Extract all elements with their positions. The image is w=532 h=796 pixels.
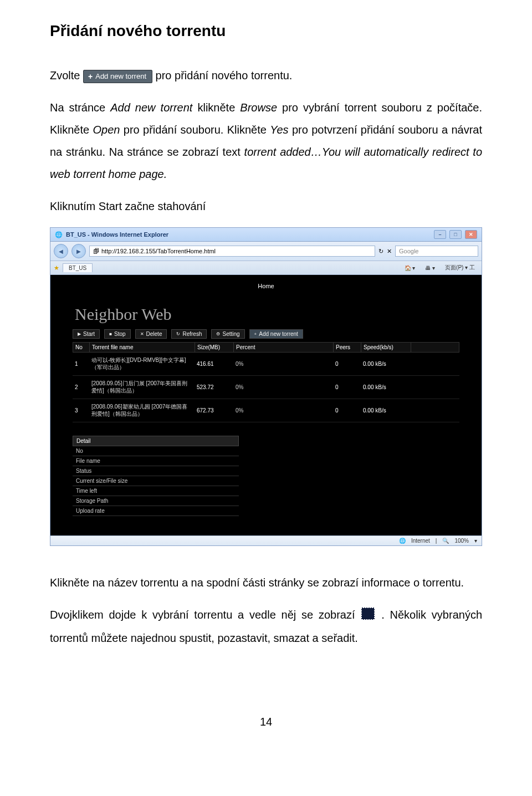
ie-navbar: ◄ ► 🗐 http://192.168.2.155/TabTorrentHom… xyxy=(50,242,482,261)
add-new-torrent-button-inline: + Add new torrent xyxy=(83,70,152,83)
text: Na stránce xyxy=(50,101,110,114)
detail-row: Current size/File size xyxy=(73,476,239,486)
refresh-icon[interactable]: ↻ xyxy=(378,248,383,255)
plus-icon: + xyxy=(88,69,93,84)
setting-button[interactable]: ⚙Setting xyxy=(211,329,244,339)
page-menu[interactable]: 页面(P) ▾ 工 xyxy=(442,263,478,273)
home-link[interactable]: Home xyxy=(73,283,459,289)
col-peers: Peers xyxy=(334,343,361,352)
divider: | xyxy=(436,538,437,544)
refresh-button[interactable]: ↻Refresh xyxy=(171,329,207,339)
status-text: Internet xyxy=(411,538,430,544)
label: Add new torrent xyxy=(259,331,298,337)
minimize-button[interactable]: – xyxy=(434,230,446,239)
table-header: No Torrent file name Size(MB) Percent Pe… xyxy=(73,342,459,353)
browser-tab[interactable]: BT_US xyxy=(63,263,93,272)
col-no: No xyxy=(73,343,90,352)
col-speed: Speed(kb/s) xyxy=(361,343,411,352)
page-heading: Přidání nového torrentu xyxy=(50,22,482,40)
cell-no: 3 xyxy=(73,406,89,415)
cell-speed: 0.00 kB/s xyxy=(361,360,411,368)
cell-size: 523.72 xyxy=(195,383,233,391)
detail-header: Detail xyxy=(73,436,239,446)
button-label: Add new torrent xyxy=(95,69,146,84)
print-icon[interactable]: 🖶 ▾ xyxy=(422,264,438,272)
ie-titlebar: 🌐 BT_US - Windows Internet Explorer – □ … xyxy=(50,228,482,242)
paragraph-4: Klikněte na název torrentu a na spodní č… xyxy=(50,572,482,594)
cell-speed: 0.00 kB/s xyxy=(361,406,411,415)
table-row[interactable]: 3 [2008.09.06]塑家幼儿园 [2007年德国喜刑爱情]（韩国出品） … xyxy=(73,399,459,422)
detail-row: Storage Path xyxy=(73,496,239,506)
cell-speed: 0.00 kB/s xyxy=(361,383,411,391)
stop-button[interactable]: ■Stop xyxy=(104,329,130,339)
cell-percent: 0% xyxy=(233,383,333,391)
text-italic: Yes xyxy=(270,124,288,136)
cell-name: [2008.09.05]门后门展 [2007年美国喜刑爱情]（韩国出品） xyxy=(89,379,195,395)
cell-peers: 0 xyxy=(333,360,361,368)
maximize-button[interactable]: □ xyxy=(449,230,462,239)
url-text: http://192.168.2.155/TabTorrentHome.html xyxy=(101,248,216,254)
cell-percent: 0% xyxy=(233,360,333,368)
text: pro přidání nového torrentu. xyxy=(156,69,293,81)
label: Refresh xyxy=(182,331,202,337)
paragraph-1: Zvolte + Add new torrent pro přidání nov… xyxy=(50,64,482,86)
home-icon[interactable]: 🏠 ▾ xyxy=(401,264,419,272)
table-row[interactable]: 1 动可以-牧师长][DVD-RMVB][中文字幕]（军司出品） 416.61 … xyxy=(73,353,459,376)
page-number: 14 xyxy=(50,716,482,728)
detail-panel: Detail No File name Status Current size/… xyxy=(73,436,239,516)
detail-row: Status xyxy=(73,466,239,476)
delete-button[interactable]: ✕Delete xyxy=(135,329,167,339)
detail-row: Time left xyxy=(73,486,239,496)
forward-button[interactable]: ► xyxy=(71,244,86,258)
col-size: Size(MB) xyxy=(195,343,234,352)
back-button[interactable]: ◄ xyxy=(54,244,68,258)
stop-icon[interactable]: ✕ xyxy=(387,248,392,255)
ie-logo-icon: 🌐 xyxy=(55,231,63,238)
detail-row: No xyxy=(73,446,239,456)
cell-name: 动可以-牧师长][DVD-RMVB][中文字幕]（军司出品） xyxy=(89,356,195,372)
zoom-dropdown-icon[interactable]: ▾ xyxy=(474,538,477,544)
address-bar[interactable]: 🗐 http://192.168.2.155/TabTorrentHome.ht… xyxy=(89,246,375,257)
add-new-torrent-button[interactable]: +Add new torrent xyxy=(249,329,303,339)
label: Delete xyxy=(146,331,162,337)
cell-name: [2008.09.06]塑家幼儿园 [2007年德国喜刑爱情]（韩国出品） xyxy=(89,402,195,419)
text-italic: Open xyxy=(93,124,120,136)
paragraph-2: Na stránce Add new torrent klikněte Brow… xyxy=(50,96,482,185)
ie-tab-strip: ★ BT_US 🏠 ▾ 🖶 ▾ 页面(P) ▾ 工 xyxy=(50,261,482,275)
favorites-icon[interactable]: ★ xyxy=(54,264,59,272)
detail-row: Upload rate xyxy=(73,506,239,516)
detail-row: File name xyxy=(73,456,239,466)
text-italic: Add new torrent xyxy=(110,101,192,114)
ie-statusbar: 🌐 Internet | 🔍 100% ▾ xyxy=(50,535,482,545)
cell-percent: 0% xyxy=(233,406,333,415)
refresh-icon: ↻ xyxy=(176,331,180,336)
col-name: Torrent file name xyxy=(90,343,195,352)
cell-size: 672.73 xyxy=(195,406,233,415)
cell-peers: 0 xyxy=(333,406,361,415)
paragraph-3: Kliknutím Start začne stahování xyxy=(50,195,482,217)
col-percent: Percent xyxy=(234,343,334,352)
zoom-level[interactable]: 100% xyxy=(454,538,469,544)
cell-size: 416.61 xyxy=(195,360,233,368)
search-box[interactable]: Google xyxy=(395,246,478,257)
internet-zone-icon: 🌐 xyxy=(399,538,406,544)
app-title: Neighbor Web xyxy=(75,305,459,324)
start-button[interactable]: ▶Start xyxy=(73,329,100,339)
close-button[interactable]: ✕ xyxy=(465,230,477,239)
zoom-icon[interactable]: 🔍 xyxy=(442,538,449,544)
cell-no: 2 xyxy=(73,383,89,391)
text-italic: Browse xyxy=(240,101,277,114)
page-content: Home Neighbor Web ▶Start ■Stop ✕Delete ↻… xyxy=(50,275,482,535)
text: Zvolte xyxy=(50,69,83,81)
paragraph-5: Dvojklikem dojde k vybrání torrentu a ve… xyxy=(50,604,482,649)
plus-icon: + xyxy=(254,331,257,336)
gear-icon: ⚙ xyxy=(216,331,220,336)
table-row[interactable]: 2 [2008.09.05]门后门展 [2007年美国喜刑爱情]（韩国出品） 5… xyxy=(73,376,459,399)
delete-icon: ✕ xyxy=(140,331,144,336)
label: Start xyxy=(83,331,95,337)
tab-label: BT_US xyxy=(69,265,86,271)
ie-window: 🌐 BT_US - Windows Internet Explorer – □ … xyxy=(50,227,482,546)
window-title: BT_US - Windows Internet Explorer xyxy=(66,231,168,238)
text: Dvojklikem dojde k vybrání torrentu a ve… xyxy=(50,609,360,621)
selection-marker-icon xyxy=(361,605,375,627)
